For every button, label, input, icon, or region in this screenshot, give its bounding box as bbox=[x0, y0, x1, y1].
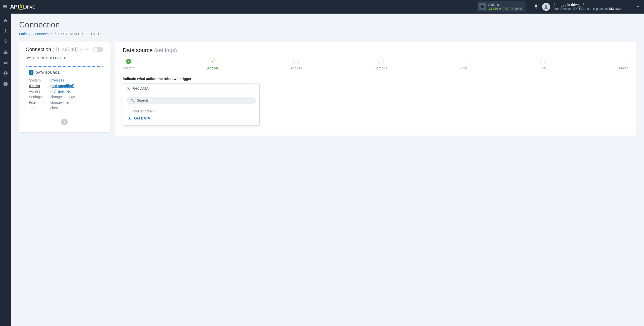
sidebar-home-icon[interactable] bbox=[3, 18, 8, 23]
action-dropdown: - not selected - Get DATA bbox=[123, 93, 260, 126]
menu-toggle[interactable] bbox=[0, 4, 10, 10]
logo-drive: Drive bbox=[23, 4, 35, 10]
step-action[interactable]: Action bbox=[207, 59, 218, 70]
row-filter-key: Filter bbox=[29, 100, 50, 104]
action-select[interactable]: Get DATA bbox=[123, 83, 260, 93]
row-system-val[interactable]: Invoiless bbox=[50, 78, 100, 82]
connection-toggle[interactable] bbox=[93, 47, 103, 52]
play-icon bbox=[128, 116, 132, 120]
row-test-val[interactable]: check bbox=[50, 106, 100, 110]
svg-rect-2 bbox=[482, 6, 482, 6]
data-source-title: DATA SOURCE bbox=[35, 71, 60, 74]
data-source-box: 1 DATA SOURCE System Invoiless Action (n… bbox=[26, 66, 103, 114]
crumb-current: SYSTEM NOT SELECTED bbox=[58, 32, 101, 36]
step-finish[interactable]: Finish bbox=[619, 59, 628, 70]
wizard-steps: System Action Access Settings Filter Tes… bbox=[123, 59, 628, 70]
row-settings-key: Settings bbox=[29, 95, 50, 99]
sidebar-help-icon[interactable] bbox=[3, 82, 8, 87]
page-title: Connection bbox=[19, 20, 636, 29]
user-name: demo_apix-drive_s3 bbox=[553, 3, 621, 7]
row-filter-val[interactable]: change filter bbox=[50, 100, 100, 104]
sidebar-video-icon[interactable] bbox=[3, 60, 8, 65]
crumb-main[interactable]: Main bbox=[19, 32, 27, 36]
chevron-down-icon bbox=[636, 5, 640, 9]
row-system-key: System bbox=[29, 78, 50, 82]
sidebar bbox=[0, 14, 11, 142]
step-badge: 1 bbox=[29, 70, 33, 75]
row-access-key: Access bbox=[29, 89, 50, 93]
breadcrumb: Main / Connections / SYSTEM NOT SELECTED bbox=[19, 32, 636, 36]
gear-icon[interactable] bbox=[85, 48, 89, 52]
connection-subtitle: SYSTEM NOT SELECTED bbox=[26, 56, 103, 63]
svg-rect-1 bbox=[482, 7, 482, 8]
row-access-val[interactable]: (not specified) bbox=[50, 89, 100, 93]
crumb-connections[interactable]: Connections bbox=[33, 32, 52, 36]
row-action-val[interactable]: (not specified) bbox=[50, 84, 100, 88]
search-input[interactable] bbox=[137, 98, 252, 102]
user-plan: Plan |Premium EXTRA| left until payment … bbox=[553, 7, 621, 11]
logo-x: X bbox=[19, 4, 23, 10]
action-select-value: Get DATA bbox=[133, 86, 250, 90]
step-system[interactable]: System bbox=[123, 59, 135, 70]
step-access[interactable]: Access bbox=[291, 59, 302, 70]
sidebar-account-icon[interactable] bbox=[3, 71, 8, 76]
sidebar-briefcase-icon[interactable] bbox=[3, 50, 8, 55]
step-settings[interactable]: Settings bbox=[374, 59, 387, 70]
option-not-selected[interactable]: - not selected - bbox=[127, 108, 256, 115]
logo[interactable]: API X Drive bbox=[10, 4, 35, 10]
document-icon[interactable] bbox=[79, 48, 83, 52]
row-action-key: Action bbox=[29, 84, 50, 88]
search-icon bbox=[131, 99, 134, 102]
user-menu[interactable]: demo_apix-drive_s3 Plan |Premium EXTRA| … bbox=[542, 3, 640, 11]
svg-point-14 bbox=[131, 99, 133, 101]
svg-rect-7 bbox=[4, 52, 8, 54]
svg-point-12 bbox=[86, 49, 87, 50]
svg-point-4 bbox=[5, 29, 6, 30]
dropdown-search[interactable] bbox=[127, 97, 256, 104]
add-step-button[interactable]: + bbox=[61, 119, 68, 125]
sidebar-connections-icon[interactable] bbox=[3, 29, 8, 34]
play-icon bbox=[127, 86, 131, 90]
svg-point-10 bbox=[5, 72, 6, 73]
actions-text: Actions: 12'756 of 200'000 (6%) bbox=[488, 3, 522, 11]
svg-point-3 bbox=[545, 5, 547, 7]
sidebar-billing-icon[interactable] bbox=[3, 39, 8, 44]
connection-card: Connection (ID: 42548) SYSTEM NOT SELECT… bbox=[19, 42, 110, 132]
logo-api: API bbox=[10, 4, 19, 10]
connection-title: Connection (ID: 42548) bbox=[26, 47, 78, 52]
actions-counter[interactable]: Actions: 12'756 of 200'000 (6%) bbox=[477, 1, 526, 13]
step-test[interactable]: Test bbox=[540, 59, 547, 70]
settings-title: Data source (settings) bbox=[123, 47, 628, 54]
settings-card: Data source (settings) System Action Acc… bbox=[115, 42, 636, 136]
row-settings-val[interactable]: change settings bbox=[50, 95, 100, 99]
chevron-up-icon bbox=[252, 86, 256, 90]
option-get-data[interactable]: Get DATA bbox=[127, 115, 256, 122]
avatar-icon bbox=[542, 3, 550, 11]
row-test-key: Test bbox=[29, 106, 50, 110]
info-icon bbox=[479, 3, 486, 10]
notifications-icon[interactable] bbox=[534, 4, 539, 10]
action-field-label: Indicate what action the robot will trig… bbox=[123, 77, 628, 81]
step-filter[interactable]: Filter bbox=[460, 59, 467, 70]
